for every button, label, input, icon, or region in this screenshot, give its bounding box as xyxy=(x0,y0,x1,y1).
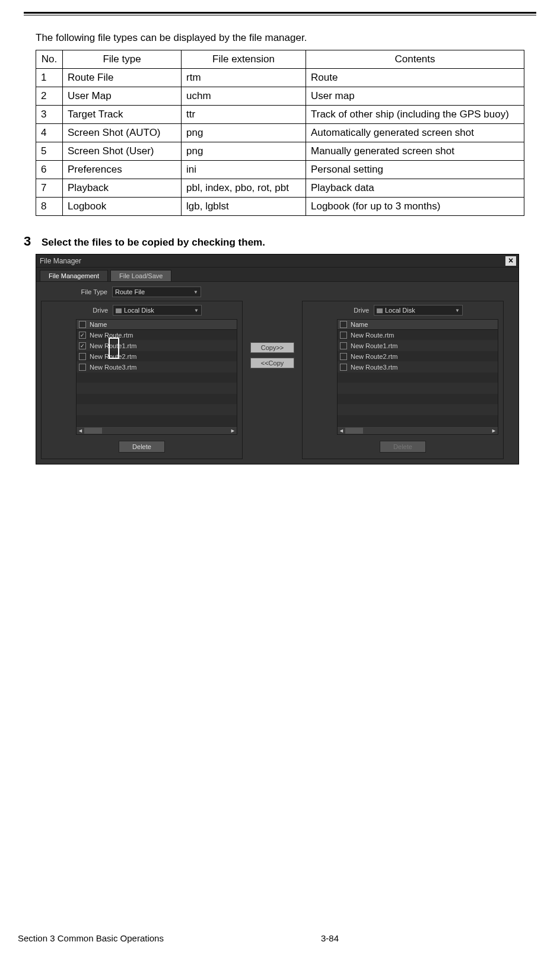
cell-ext: pbl, index, pbo, rot, pbt xyxy=(182,179,306,198)
drive-label-left: Drive xyxy=(46,307,113,314)
scroll-thumb[interactable] xyxy=(345,428,363,434)
drive-select-left[interactable]: Local Disk ▼ xyxy=(113,305,202,316)
scrollbar-right[interactable]: ◄ ► xyxy=(338,426,498,434)
cell-no: 1 xyxy=(36,69,63,87)
scroll-left-icon[interactable]: ◄ xyxy=(78,428,83,434)
list-empty-row xyxy=(77,394,237,405)
file-name: New Route3.rtm xyxy=(90,364,136,371)
table-row: 7Playbackpbl, index, pbo, rot, pbtPlayba… xyxy=(36,179,524,198)
file-list-left: Name New Route.rtmNew Route1.rtmNew Rout… xyxy=(76,319,237,435)
cell-no: 5 xyxy=(36,142,63,161)
file-name: New Route2.rtm xyxy=(90,353,136,360)
cell-no: 8 xyxy=(36,198,63,216)
list-item[interactable]: New Route2.rtm xyxy=(77,351,237,362)
list-empty-row xyxy=(77,405,237,415)
list-empty-row xyxy=(338,373,498,383)
table-row: 8Logbooklgb, lgblstLogbook (for up to 3 … xyxy=(36,198,524,216)
disk-icon xyxy=(116,308,122,313)
filetype-select[interactable]: Route File ▼ xyxy=(112,287,201,297)
step-text: Select the files to be copied by checkin… xyxy=(42,237,265,249)
cell-no: 7 xyxy=(36,179,63,198)
close-icon[interactable]: × xyxy=(505,256,516,266)
list-item[interactable]: New Route.rtm xyxy=(338,330,498,341)
file-checkbox[interactable] xyxy=(340,353,347,360)
file-name: New Route1.rtm xyxy=(351,342,397,349)
drive-label-right: Drive xyxy=(307,307,374,314)
tab-file-management[interactable]: File Management xyxy=(40,270,108,281)
chevron-down-icon: ▼ xyxy=(193,289,198,295)
list-empty-row xyxy=(338,405,498,415)
table-row: 6PreferencesiniPersonal setting xyxy=(36,161,524,179)
file-name: New Route.rtm xyxy=(90,332,133,339)
name-header-right: Name xyxy=(351,321,368,328)
intro-text: The following file types can be displaye… xyxy=(36,32,524,44)
file-name: New Route2.rtm xyxy=(351,353,397,360)
scroll-right-icon[interactable]: ► xyxy=(230,428,236,434)
cell-no: 2 xyxy=(36,87,63,106)
cell-filetype: Route File xyxy=(63,69,182,87)
table-row: 2User MapuchmUser map xyxy=(36,87,524,106)
file-manager-window: File Manager × File Management File Load… xyxy=(36,254,519,464)
list-item[interactable]: New Route.rtm xyxy=(77,330,237,341)
step-number: 3 xyxy=(24,234,42,249)
filetype-label: File Type xyxy=(41,288,112,295)
file-checkbox[interactable] xyxy=(79,353,86,360)
list-empty-row xyxy=(77,373,237,383)
file-types-table: No. File type File extension Contents 1R… xyxy=(36,50,524,216)
cell-contents: User map xyxy=(306,87,524,106)
file-checkbox[interactable] xyxy=(340,364,347,371)
cell-filetype: Playback xyxy=(63,179,182,198)
file-checkbox[interactable] xyxy=(340,332,347,339)
list-empty-row xyxy=(77,415,237,426)
list-empty-row xyxy=(338,383,498,394)
list-item[interactable]: New Route2.rtm xyxy=(338,351,498,362)
tab-file-load-save[interactable]: File Load/Save xyxy=(110,270,171,281)
select-all-checkbox-right[interactable] xyxy=(340,321,347,328)
file-name: New Route.rtm xyxy=(351,332,394,339)
copy-left-button[interactable]: <<Copy xyxy=(250,358,294,368)
delete-button-left[interactable]: Delete xyxy=(119,441,165,453)
drive-value-left: Local Disk xyxy=(116,307,154,314)
cell-filetype: Preferences xyxy=(63,161,182,179)
file-checkbox[interactable] xyxy=(79,364,86,371)
list-item[interactable]: New Route3.rtm xyxy=(77,362,237,373)
chevron-down-icon: ▼ xyxy=(194,308,199,313)
footer-section: Section 3 Common Basic Operations xyxy=(18,933,164,943)
cell-ext: ini xyxy=(182,161,306,179)
scroll-right-icon[interactable]: ► xyxy=(491,428,497,434)
table-row: 4Screen Shot (AUTO)pngAutomatically gene… xyxy=(36,124,524,142)
list-item[interactable]: New Route1.rtm xyxy=(77,341,237,351)
list-item[interactable]: New Route1.rtm xyxy=(338,341,498,351)
list-empty-row xyxy=(338,415,498,426)
drive-value-right: Local Disk xyxy=(377,307,415,314)
cell-ext: png xyxy=(182,124,306,142)
delete-button-right[interactable]: Delete xyxy=(380,441,426,453)
right-panel: Drive Local Disk ▼ Name New Route.rtmNew… xyxy=(302,301,504,459)
file-checkbox[interactable] xyxy=(79,332,86,339)
name-header-left: Name xyxy=(90,321,107,328)
th-filetype: File type xyxy=(63,50,182,69)
scroll-left-icon[interactable]: ◄ xyxy=(339,428,344,434)
copy-right-button[interactable]: Copy>> xyxy=(250,342,294,353)
cell-ext: ttr xyxy=(182,106,306,124)
drive-select-right[interactable]: Local Disk ▼ xyxy=(374,305,463,316)
scroll-thumb[interactable] xyxy=(84,428,102,434)
cell-ext: rtm xyxy=(182,69,306,87)
cell-contents: Logbook (for up to 3 months) xyxy=(306,198,524,216)
file-checkbox[interactable] xyxy=(340,342,347,349)
cell-filetype: Target Track xyxy=(63,106,182,124)
file-checkbox[interactable] xyxy=(79,342,86,349)
cell-ext: uchm xyxy=(182,87,306,106)
cell-filetype: Logbook xyxy=(63,198,182,216)
list-empty-row xyxy=(338,394,498,405)
list-item[interactable]: New Route3.rtm xyxy=(338,362,498,373)
file-list-right: Name New Route.rtmNew Route1.rtmNew Rout… xyxy=(337,319,498,435)
cell-contents: Route xyxy=(306,69,524,87)
cell-no: 4 xyxy=(36,124,63,142)
cell-contents: Personal setting xyxy=(306,161,524,179)
cell-filetype: Screen Shot (User) xyxy=(63,142,182,161)
cell-contents: Automatically generated screen shot xyxy=(306,124,524,142)
scrollbar-left[interactable]: ◄ ► xyxy=(77,426,237,434)
footer-page: 3-84 xyxy=(321,933,339,943)
select-all-checkbox-left[interactable] xyxy=(79,321,86,328)
